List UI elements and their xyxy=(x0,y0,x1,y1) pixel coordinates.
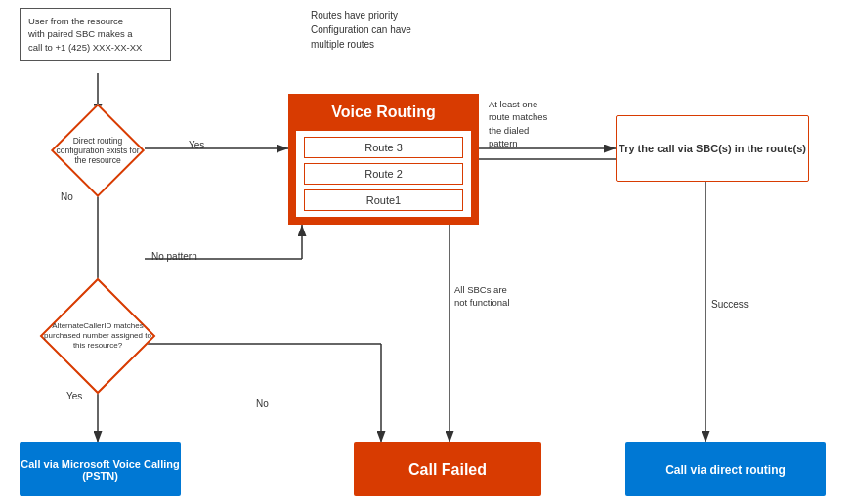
box-pstn: Call via Microsoft Voice Calling (PSTN) xyxy=(20,442,181,496)
label-no-pattern: No pattern xyxy=(151,251,197,262)
box-direct-routing: Call via direct routing xyxy=(625,442,826,496)
route-2: Route 2 xyxy=(304,163,463,185)
diamond-alternate-caller-id: AlternateCallerID matches purchased numb… xyxy=(35,293,160,379)
box-sbc: Try the call via SBC(s) in the route(s) xyxy=(616,115,809,182)
label-at-least-one: At least one route matches the dialed pa… xyxy=(489,98,606,149)
voice-routing-block: Voice Routing Route 3 Route 2 Route1 xyxy=(288,94,479,225)
label-all-sbcs: All SBCs are not functional xyxy=(454,283,510,310)
diamond-direct-routing-config: Direct routing configuration exists for … xyxy=(47,115,149,186)
diagram: User from the resource with paired SBC m… xyxy=(0,0,856,504)
label-no2: No xyxy=(256,399,269,409)
routes-note: Routes have priority Configuration can h… xyxy=(311,8,411,52)
arrows-svg xyxy=(0,0,856,504)
label-yes1: Yes xyxy=(189,140,204,150)
label-success: Success xyxy=(711,299,749,310)
box-call-failed: Call Failed xyxy=(354,442,541,496)
label-yes2: Yes xyxy=(66,391,82,401)
label-no1: No xyxy=(61,191,73,202)
route-3: Route 3 xyxy=(304,137,463,158)
route-1: Route1 xyxy=(304,189,463,211)
routes-list: Route 3 Route 2 Route1 xyxy=(296,131,471,217)
start-note: User from the resource with paired SBC m… xyxy=(20,8,171,61)
